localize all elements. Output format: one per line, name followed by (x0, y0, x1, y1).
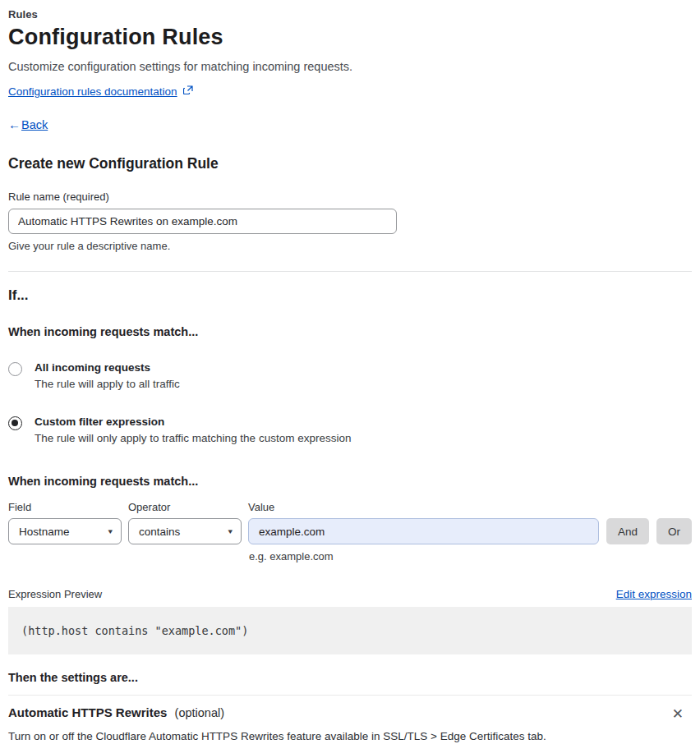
expression-builder: Field Operator Value Hostname ▾ contains… (8, 501, 692, 563)
field-select[interactable]: Hostname ▾ (8, 518, 122, 544)
setting-description: Turn on or off the Cloudflare Automatic … (8, 730, 692, 742)
configuration-rules-page: Rules Configuration Rules Customize conf… (0, 0, 700, 744)
field-label: Field (8, 501, 128, 513)
external-link-icon (183, 85, 193, 98)
expression-preview-label: Expression Preview (8, 588, 102, 600)
radio-option-description: The rule will only apply to traffic matc… (35, 432, 351, 444)
setting-name: Automatic HTTPS Rewrites (8, 705, 167, 719)
radio-unselected-icon[interactable] (8, 362, 22, 376)
value-input[interactable] (248, 518, 599, 544)
match-type-radio-group: All incoming requests The rule will appl… (8, 361, 692, 444)
edit-expression-link[interactable]: Edit expression (616, 588, 692, 600)
operator-select[interactable]: contains ▾ (128, 518, 242, 544)
match-type-heading: When incoming requests match... (8, 325, 692, 338)
chevron-down-icon: ▾ (228, 527, 233, 535)
rule-name-label: Rule name (required) (8, 191, 692, 203)
documentation-link[interactable]: Configuration rules documentation (8, 85, 177, 98)
and-button[interactable]: And (606, 518, 649, 544)
expression-builder-heading: When incoming requests match... (8, 475, 692, 488)
value-label: Value (248, 501, 274, 513)
operator-label: Operator (128, 501, 248, 513)
radio-option-label: All incoming requests (35, 361, 180, 374)
breadcrumb: Rules (8, 8, 692, 21)
create-rule-heading: Create new Configuration Rule (8, 155, 692, 172)
radio-option-label: Custom filter expression (35, 416, 351, 428)
then-settings-heading: Then the settings are... (8, 671, 692, 684)
rule-name-input[interactable] (8, 209, 397, 234)
page-subtitle: Customize configuration settings for mat… (8, 60, 692, 73)
radio-option-description: The rule will apply to all traffic (35, 378, 180, 390)
value-help-text: e.g. example.com (249, 550, 692, 563)
setting-divider (8, 695, 692, 696)
or-button[interactable]: Or (656, 518, 692, 544)
radio-custom-filter-expression[interactable]: Custom filter expression The rule will o… (8, 416, 692, 444)
section-divider (8, 271, 692, 272)
if-heading: If... (8, 287, 692, 304)
expression-preview-code: (http.host contains "example.com") (8, 607, 692, 654)
back-link[interactable]: Back (21, 118, 48, 131)
rule-name-help: Give your rule a descriptive name. (8, 240, 692, 252)
setting-title: Automatic HTTPS Rewrites (optional) (8, 705, 224, 719)
page-title: Configuration Rules (8, 25, 692, 50)
chevron-down-icon: ▾ (108, 527, 113, 535)
back-arrow-icon: ← (8, 117, 21, 131)
field-selected-value: Hostname (19, 526, 70, 538)
close-icon[interactable]: ✕ (667, 705, 688, 723)
setting-optional-label: (optional) (175, 706, 224, 719)
radio-all-incoming-requests[interactable]: All incoming requests The rule will appl… (8, 361, 692, 390)
operator-selected-value: contains (139, 526, 180, 538)
radio-selected-icon[interactable] (8, 416, 22, 430)
